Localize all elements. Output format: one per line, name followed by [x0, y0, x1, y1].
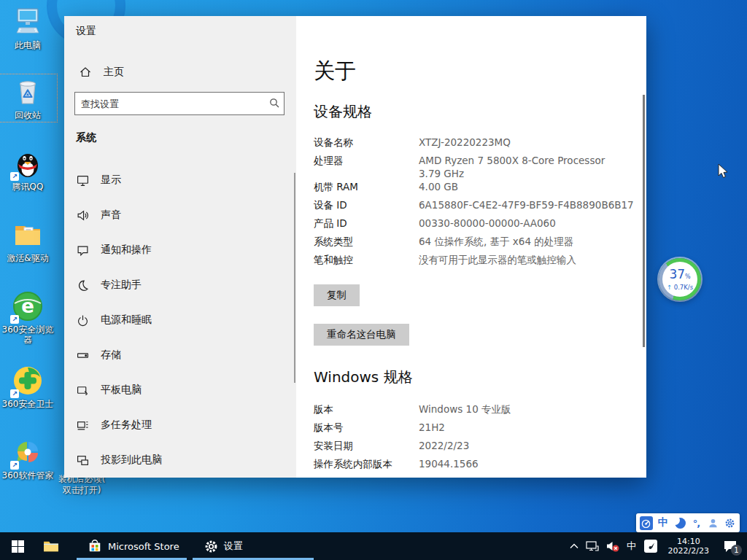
ime-language-toggle[interactable]: 中 — [657, 516, 670, 530]
spec-value: 2022/2/23 — [419, 439, 469, 452]
storage-icon — [76, 349, 89, 362]
taskbar-microsoft-store[interactable]: Microsoft Store — [77, 532, 190, 560]
desktop-icon-activation-drivers[interactable]: 激活&驱动 — [0, 219, 55, 263]
sidebar-menu: 显示 声音 通知和操作 — [64, 163, 296, 478]
device-spec-section-title: 设备规格 — [314, 102, 372, 122]
sidebar-item-display[interactable]: 显示 — [64, 163, 296, 198]
sidebar-item-multitasking[interactable]: 多任务处理 — [64, 408, 296, 443]
start-button[interactable] — [0, 532, 35, 560]
ime-profile-icon[interactable] — [706, 516, 719, 530]
desktop-icon-label: 回收站 — [0, 110, 55, 120]
file-explorer-button[interactable] — [35, 532, 67, 560]
shortcut-arrow-icon: ↗ — [10, 315, 19, 324]
this-pc-icon — [12, 6, 44, 38]
spec-value: 19044.1566 — [419, 457, 479, 470]
spec-row: 机带 RAM 4.00 GB — [314, 180, 635, 198]
search-input[interactable] — [75, 98, 265, 109]
qq-penguin-icon: ↗ — [12, 147, 44, 179]
tray-360-gauge-icon[interactable] — [642, 532, 659, 560]
desktop-icon-this-pc[interactable]: 此电脑 — [0, 6, 55, 50]
folder-icon — [12, 219, 44, 251]
window-title: 设置 — [76, 25, 96, 38]
sidebar-item-notifications[interactable]: 通知和操作 — [64, 233, 296, 268]
content-scrollbar[interactable] — [643, 95, 645, 347]
spec-label: 版本 — [314, 402, 419, 416]
360-safeguard-icon: ↗ — [12, 365, 44, 397]
sidebar-item-home[interactable]: 主页 — [71, 60, 283, 85]
desktop-icon-recycle-bin[interactable]: 回收站 — [0, 76, 55, 120]
spec-label: 系统类型 — [314, 235, 419, 248]
desktop-icon-label: 激活&驱动 — [0, 253, 55, 263]
sidebar-item-label: 声音 — [101, 209, 121, 222]
projecting-icon — [76, 454, 89, 467]
sidebar-item-projecting[interactable]: 投影到此电脑 — [64, 443, 296, 478]
copy-button[interactable]: 复制 — [314, 284, 360, 306]
spec-value: AMD Ryzen 7 5800X 8-Core Processor 3.79 … — [419, 154, 605, 180]
sidebar-scrollbar[interactable] — [294, 173, 295, 383]
microsoft-store-icon — [88, 539, 102, 553]
spec-row: 版本 Windows 10 专业版 — [314, 402, 635, 421]
ime-settings-gear-icon[interactable] — [723, 516, 736, 530]
sidebar-item-sound[interactable]: 声音 — [64, 198, 296, 233]
spec-label: 安装日期 — [314, 439, 419, 452]
shortcut-arrow-icon: ↗ — [10, 461, 19, 470]
windows-spec-table: 版本 Windows 10 专业版 版本号 21H2 安装日期 2022/2/2… — [314, 402, 635, 478]
tray-network-icon[interactable] — [584, 532, 601, 560]
spec-row: 处理器 AMD Ryzen 7 5800X 8-Core Processor 3… — [314, 154, 635, 180]
recycle-bin-icon — [12, 76, 44, 108]
clock-time: 14:10 — [668, 537, 709, 546]
spec-value-line1: AMD Ryzen 7 5800X 8-Core Processor — [419, 154, 605, 167]
spec-row: 操作系统内部版本 19044.1566 — [314, 457, 635, 475]
readme-label-line2: 双击打开) — [54, 485, 109, 496]
shortcut-arrow-icon: ↗ — [10, 172, 19, 181]
spec-row: 设备 ID 6A15880F-C4E2-47F9-BF59-F4B8890B6B… — [314, 198, 635, 217]
desktop-icon-360-safeguard[interactable]: ↗ 360安全卫士 — [0, 365, 55, 409]
ime-fullwidth-icon[interactable] — [673, 516, 686, 530]
spec-label: 设备名称 — [314, 136, 419, 149]
sidebar-home-label: 主页 — [104, 66, 124, 79]
sidebar-item-storage[interactable]: 存储 — [64, 338, 296, 373]
spec-row-clipped: 体验 — [314, 475, 635, 478]
sidebar-item-focus-assist[interactable]: 专注助手 — [64, 268, 296, 303]
home-icon — [79, 66, 92, 79]
search-icon[interactable] — [265, 97, 284, 111]
notification-count-badge: 1 — [731, 545, 742, 556]
taskbar: Microsoft Store 设置 — [0, 532, 747, 560]
power-icon — [76, 314, 89, 327]
spec-label: 笔和触控 — [314, 253, 419, 266]
sidebar-item-tablet[interactable]: 平板电脑 — [64, 373, 296, 408]
spec-label: 版本号 — [314, 421, 419, 434]
taskbar-settings[interactable]: 设置 — [194, 532, 253, 560]
settings-search-box — [74, 92, 285, 115]
desktop-icon-label: 360安全浏览器 — [0, 324, 55, 345]
spec-value: 21H2 — [419, 421, 445, 434]
sidebar-item-label: 通知和操作 — [101, 244, 152, 257]
tray-chevron-up-icon[interactable] — [568, 532, 581, 560]
taskbar-store-label: Microsoft Store — [108, 541, 179, 552]
desktop-icon-360-software-manager[interactable]: ↗ 360软件管家 — [0, 436, 55, 481]
notification-center-button[interactable]: 1 — [718, 532, 743, 560]
spec-row: 安装日期 2022/2/23 — [314, 439, 635, 457]
desktop-icon-tencent-qq[interactable]: ↗ 腾讯QQ — [0, 147, 55, 192]
tray-volume-muted-icon[interactable] — [604, 532, 622, 560]
sidebar-item-label: 投影到此电脑 — [101, 454, 162, 467]
spec-row: 产品 ID 00330-80000-00000-AA060 — [314, 217, 635, 235]
spec-value: 6A15880F-C4E2-47F9-BF59-F4B8890B6B17 — [419, 198, 634, 211]
spec-row: 笔和触控 没有可用于此显示器的笔或触控输入 — [314, 253, 635, 271]
sidebar-item-power-sleep[interactable]: 电源和睡眠 — [64, 303, 296, 338]
mouse-cursor — [718, 163, 729, 182]
tray-ime-indicator[interactable]: 中 — [624, 532, 639, 560]
file-explorer-icon — [43, 540, 59, 553]
360-speed-ball[interactable]: 37% ↑ 0.7K/s — [659, 258, 701, 300]
ime-logo-icon[interactable] — [640, 516, 653, 530]
rename-pc-button[interactable]: 重命名这台电脑 — [314, 324, 409, 346]
spec-label: 体验 — [314, 475, 419, 478]
display-icon — [76, 174, 89, 187]
spec-row: 系统类型 64 位操作系统, 基于 x64 的处理器 — [314, 235, 635, 253]
desktop-icon-label: 此电脑 — [0, 40, 55, 50]
ime-punctuation-icon[interactable]: °, — [689, 516, 703, 530]
tray-clock[interactable]: 14:10 2022/2/23 — [662, 537, 715, 556]
spec-value: 4.00 GB — [419, 180, 458, 193]
sidebar-item-label: 平板电脑 — [101, 384, 142, 397]
desktop-icon-360-browser[interactable]: e ↗ 360安全浏览器 — [0, 290, 55, 345]
